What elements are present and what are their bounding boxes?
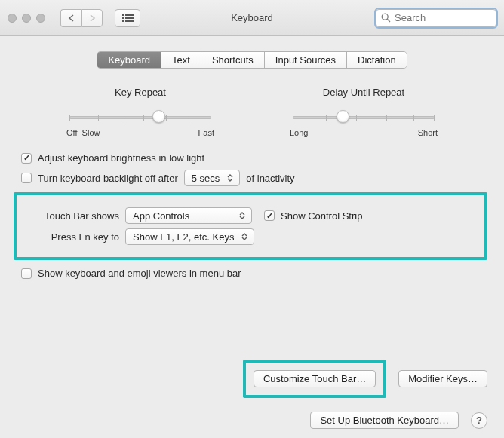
modifier-keys-button[interactable]: Modifier Keys… <box>398 370 487 387</box>
show-control-strip-checkbox[interactable] <box>264 210 275 221</box>
search-wrap <box>376 9 496 27</box>
nav-buttons <box>60 9 103 27</box>
adjust-brightness-row[interactable]: Adjust keyboard brightness in low light <box>21 152 487 164</box>
svg-point-0 <box>382 14 388 20</box>
tab-shortcuts[interactable]: Shortcuts <box>201 52 265 68</box>
customize-touch-bar-button[interactable]: Customize Touch Bar… <box>254 370 376 387</box>
bluetooth-keyboard-button[interactable]: Set Up Bluetooth Keyboard… <box>310 412 459 429</box>
minimize-window-icon[interactable] <box>22 14 31 23</box>
touch-bar-select[interactable]: App Controls <box>125 207 252 224</box>
zoom-window-icon[interactable] <box>36 14 45 23</box>
window-controls <box>8 14 45 23</box>
search-input[interactable] <box>376 9 496 27</box>
chevron-updown-icon <box>238 230 250 244</box>
close-window-icon[interactable] <box>8 14 17 23</box>
tab-text[interactable]: Text <box>161 52 201 68</box>
tab-input-sources[interactable]: Input Sources <box>265 52 347 68</box>
fn-key-label: Press Fn key to <box>21 231 119 243</box>
key-repeat-title: Key Repeat <box>65 87 216 98</box>
delay-slider[interactable] <box>288 109 439 127</box>
delay-slider-block: Delay Until Repeat Long Short <box>288 87 439 137</box>
key-repeat-slider-block: Key Repeat Off Slow Fast <box>65 87 216 137</box>
viewers-menubar-label: Show keyboard and emoji viewers in menu … <box>38 268 241 279</box>
touch-bar-label: Touch Bar shows <box>21 210 119 222</box>
fn-key-select[interactable]: Show F1, F2, etc. Keys <box>125 228 254 245</box>
show-control-strip-label: Show Control Strip <box>281 210 362 222</box>
grid-icon <box>122 14 134 22</box>
backlight-off-row[interactable]: Turn keyboard backlight off after 5 secs… <box>21 170 487 186</box>
key-repeat-slider[interactable] <box>65 109 216 127</box>
backlight-off-label-before: Turn keyboard backlight off after <box>38 173 178 184</box>
key-repeat-labels: Off Slow Fast <box>65 128 216 137</box>
search-icon <box>381 13 391 25</box>
tab-keyboard[interactable]: Keyboard <box>97 52 161 68</box>
backlight-off-label-after: of inactivity <box>246 173 294 184</box>
chevron-updown-icon <box>236 209 248 222</box>
show-all-button[interactable] <box>115 9 140 27</box>
viewers-menubar-checkbox[interactable] <box>21 268 32 279</box>
delay-title: Delay Until Repeat <box>288 87 439 98</box>
adjust-brightness-checkbox[interactable] <box>21 153 32 164</box>
chevron-updown-icon <box>224 171 236 185</box>
touch-bar-highlight: Touch Bar shows App Controls Show Contro… <box>14 192 487 260</box>
forward-button[interactable] <box>81 9 103 27</box>
back-button[interactable] <box>60 9 81 27</box>
tab-dictation[interactable]: Dictation <box>347 52 407 68</box>
titlebar: Keyboard <box>0 0 504 36</box>
svg-line-1 <box>387 19 390 22</box>
backlight-off-select[interactable]: 5 secs <box>184 170 241 186</box>
delay-labels: Long Short <box>288 128 439 137</box>
tab-bar: Keyboard Text Shortcuts Input Sources Di… <box>97 51 407 69</box>
backlight-off-checkbox[interactable] <box>21 173 32 183</box>
help-button[interactable]: ? <box>471 412 487 429</box>
adjust-brightness-label: Adjust keyboard brightness in low light <box>38 152 204 164</box>
viewers-menubar-row[interactable]: Show keyboard and emoji viewers in menu … <box>21 268 487 279</box>
customize-highlight: Customize Touch Bar… <box>243 360 386 398</box>
content: Keyboard Text Shortcuts Input Sources Di… <box>0 36 504 296</box>
footer: Customize Touch Bar… Modifier Keys… Set … <box>0 360 504 429</box>
